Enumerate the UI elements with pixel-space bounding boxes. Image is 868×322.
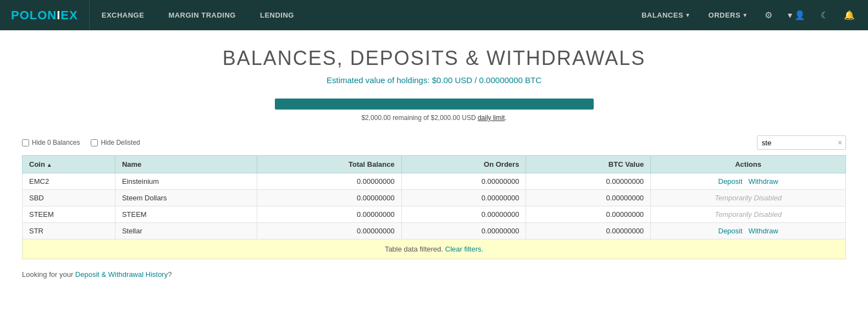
estimated-value: Estimated value of holdings: $0.00 USD /… xyxy=(22,75,846,85)
col-name[interactable]: Name xyxy=(115,156,257,173)
withdraw-link-str[interactable]: Withdraw xyxy=(748,227,778,235)
cell-btc-value: 0.00000000 xyxy=(526,223,651,239)
table-row: STR Stellar 0.00000000 0.00000000 0.0000… xyxy=(23,223,846,239)
progress-container xyxy=(275,99,594,110)
hide-delisted-label[interactable]: Hide Delisted xyxy=(91,139,140,146)
table-row: STEEM STEEM 0.00000000 0.00000000 0.0000… xyxy=(23,206,846,223)
hide-delisted-checkbox[interactable] xyxy=(91,139,98,146)
account-icon[interactable]: ▾ 👤 xyxy=(780,0,813,30)
main-content: BALANCES, DEPOSITS & WITHDRAWALS Estimat… xyxy=(0,30,868,322)
logo[interactable]: POLONIEX xyxy=(5,0,90,30)
hide-zero-label[interactable]: Hide 0 Balances xyxy=(22,139,80,146)
clear-filters-link[interactable]: Clear filters. xyxy=(445,245,483,253)
progress-bar-outer xyxy=(275,99,594,110)
settings-icon[interactable]: ⚙ xyxy=(757,0,780,30)
progress-bar-inner xyxy=(275,99,594,110)
search-clear-button[interactable]: × xyxy=(834,136,845,149)
deposit-link-str[interactable]: Deposit xyxy=(718,227,743,235)
table-header-row: Coin Name Total Balance On Orders BTC Va… xyxy=(23,156,846,173)
deposit-link-emc2[interactable]: Deposit xyxy=(718,177,743,185)
nav-links: EXCHANGE MARGIN TRADING LENDING xyxy=(90,0,306,30)
progress-remaining: $2,000.00 remaining of $2,000.00 USD xyxy=(361,114,476,122)
deposit-history-link[interactable]: Deposit & Withdrawal History xyxy=(75,270,168,279)
nav-right: BALANCES ▼ ORDERS ▼ ⚙ ▾ 👤 ☾ 🔔 xyxy=(633,0,863,30)
cell-coin: STEEM xyxy=(23,206,115,223)
cell-total-balance: 0.00000000 xyxy=(257,206,401,223)
balances-table: Coin Name Total Balance On Orders BTC Va… xyxy=(22,155,846,259)
balances-button[interactable]: BALANCES ▼ xyxy=(633,0,700,30)
cell-btc-value: 0.00000000 xyxy=(526,173,651,190)
theme-icon[interactable]: ☾ xyxy=(813,0,836,30)
col-actions: Actions xyxy=(651,156,846,173)
search-input[interactable] xyxy=(758,137,834,149)
footer-text: Looking for your Deposit & Withdrawal Hi… xyxy=(22,270,846,279)
cell-name: Einsteinium xyxy=(115,173,257,190)
notifications-icon[interactable]: 🔔 xyxy=(836,0,863,30)
filtered-text-cell: Table data filtered. Clear filters. xyxy=(23,239,846,259)
col-coin[interactable]: Coin xyxy=(23,156,115,173)
nav-lending[interactable]: LENDING xyxy=(248,0,306,30)
action-cell-sbd: Temporarily Disabled xyxy=(651,190,846,206)
page-title: BALANCES, DEPOSITS & WITHDRAWALS xyxy=(22,47,846,70)
cell-on-orders: 0.00000000 xyxy=(401,173,526,190)
nav-exchange[interactable]: EXCHANGE xyxy=(90,0,157,30)
cell-total-balance: 0.00000000 xyxy=(257,190,401,206)
hide-zero-checkbox[interactable] xyxy=(22,139,29,146)
search-container: × xyxy=(757,135,846,150)
cell-on-orders: 0.00000000 xyxy=(401,190,526,206)
cell-name: Stellar xyxy=(115,223,257,239)
col-on-orders[interactable]: On Orders xyxy=(401,156,526,173)
nav-margin-trading[interactable]: MARGIN TRADING xyxy=(156,0,248,30)
col-btc-value[interactable]: BTC Value xyxy=(526,156,651,173)
action-cell-steem: Temporarily Disabled xyxy=(651,206,846,223)
filtered-text: Table data filtered. xyxy=(385,245,443,253)
cell-btc-value: 0.00000000 xyxy=(526,206,651,223)
cell-total-balance: 0.00000000 xyxy=(257,223,401,239)
disabled-label-steem: Temporarily Disabled xyxy=(715,210,782,219)
cell-coin: SBD xyxy=(23,190,115,206)
navbar: POLONIEX EXCHANGE MARGIN TRADING LENDING… xyxy=(0,0,868,30)
disabled-label-sbd: Temporarily Disabled xyxy=(715,194,782,202)
table-row: SBD Steem Dollars 0.00000000 0.00000000 … xyxy=(23,190,846,206)
daily-limit-link[interactable]: daily limit xyxy=(478,114,505,122)
table-row: EMC2 Einsteinium 0.00000000 0.00000000 0… xyxy=(23,173,846,190)
cell-total-balance: 0.00000000 xyxy=(257,173,401,190)
cell-coin: STR xyxy=(23,223,115,239)
withdraw-link-emc2[interactable]: Withdraw xyxy=(748,177,778,185)
orders-button[interactable]: ORDERS ▼ xyxy=(700,0,757,30)
orders-caret: ▼ xyxy=(742,12,748,18)
progress-text: $2,000.00 remaining of $2,000.00 USD dai… xyxy=(22,114,846,122)
action-cell-str: Deposit Withdraw xyxy=(651,223,846,239)
cell-on-orders: 0.00000000 xyxy=(401,206,526,223)
balances-caret: ▼ xyxy=(685,12,690,18)
col-total-balance[interactable]: Total Balance xyxy=(257,156,401,173)
cell-btc-value: 0.00000000 xyxy=(526,190,651,206)
cell-on-orders: 0.00000000 xyxy=(401,223,526,239)
cell-name: Steem Dollars xyxy=(115,190,257,206)
filtered-row: Table data filtered. Clear filters. xyxy=(23,239,846,259)
cell-coin: EMC2 xyxy=(23,173,115,190)
cell-name: STEEM xyxy=(115,206,257,223)
action-cell-emc2: Deposit Withdraw xyxy=(651,173,846,190)
filters-row: Hide 0 Balances Hide Delisted × xyxy=(22,135,846,150)
